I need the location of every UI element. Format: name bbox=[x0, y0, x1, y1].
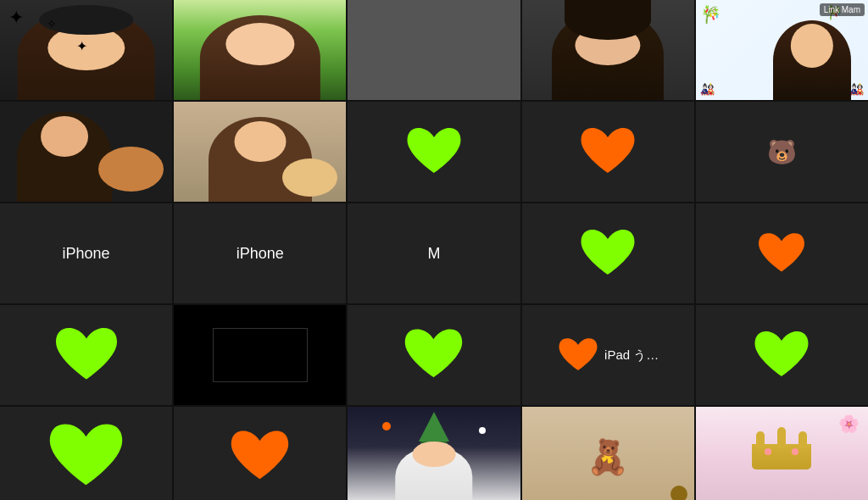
cell-3-3: iPad う… bbox=[522, 305, 694, 405]
ipad-heart-container: iPad う… bbox=[557, 336, 659, 375]
cell-3-1 bbox=[522, 102, 694, 202]
heart-green-5 bbox=[752, 328, 811, 383]
cell-0-3 bbox=[0, 305, 172, 405]
cell-3-2 bbox=[522, 203, 694, 303]
cell-1-0 bbox=[174, 0, 346, 100]
heart-orange-large bbox=[578, 125, 637, 180]
heart-green-large bbox=[404, 125, 464, 180]
cell-2-0 bbox=[348, 0, 520, 100]
sparkle-icon-3: ✧ bbox=[47, 17, 57, 31]
heart-orange-ipad bbox=[557, 336, 599, 375]
cell-4-0: 🎋 🎋 🎎 🎎 Link Mam bbox=[696, 0, 868, 100]
cell-0-2: iPhone bbox=[0, 203, 172, 303]
m-label: M bbox=[427, 245, 440, 263]
cell-1-3 bbox=[174, 305, 346, 405]
cell-1-1 bbox=[174, 102, 346, 202]
heart-green-4 bbox=[402, 325, 465, 385]
cell-0-4 bbox=[0, 407, 172, 500]
heart-orange-7 bbox=[228, 427, 292, 486]
cell-2-4 bbox=[348, 407, 520, 500]
heart-green-3 bbox=[53, 324, 120, 387]
video-grid: ✦ ✦ ✧ 🎋 🎋 🎎 🎎 bbox=[0, 0, 868, 500]
cell-2-2: M bbox=[348, 203, 520, 303]
sparkle-icon: ✦ bbox=[8, 7, 24, 29]
cell-4-4: 🌸 bbox=[696, 407, 868, 500]
bear-icon: 🐻 bbox=[767, 138, 797, 166]
cell-0-0: ✦ ✦ ✧ bbox=[0, 0, 172, 100]
cell-2-3 bbox=[348, 305, 520, 405]
cell-0-1 bbox=[0, 102, 172, 202]
heart-green-large-6 bbox=[46, 419, 126, 494]
iphone-label-right: iPhone bbox=[236, 245, 284, 263]
linkmam-badge: Link Mam bbox=[820, 3, 865, 16]
cell-3-4: 🧸 bbox=[522, 407, 694, 500]
cell-4-1: 🐻 bbox=[696, 102, 868, 202]
ipad-label: iPad う… bbox=[604, 347, 659, 364]
cell-4-3 bbox=[696, 305, 868, 405]
heart-green-2 bbox=[578, 226, 637, 281]
cell-1-2: iPhone bbox=[174, 203, 346, 303]
cell-3-0 bbox=[522, 0, 694, 100]
heart-orange-2 bbox=[756, 231, 807, 277]
iphone-label-left: iPhone bbox=[63, 245, 110, 263]
sparkle-icon-2: ✦ bbox=[76, 38, 87, 54]
cell-1-4 bbox=[174, 407, 346, 500]
cell-4-2 bbox=[696, 203, 868, 303]
cell-2-1 bbox=[348, 102, 520, 202]
